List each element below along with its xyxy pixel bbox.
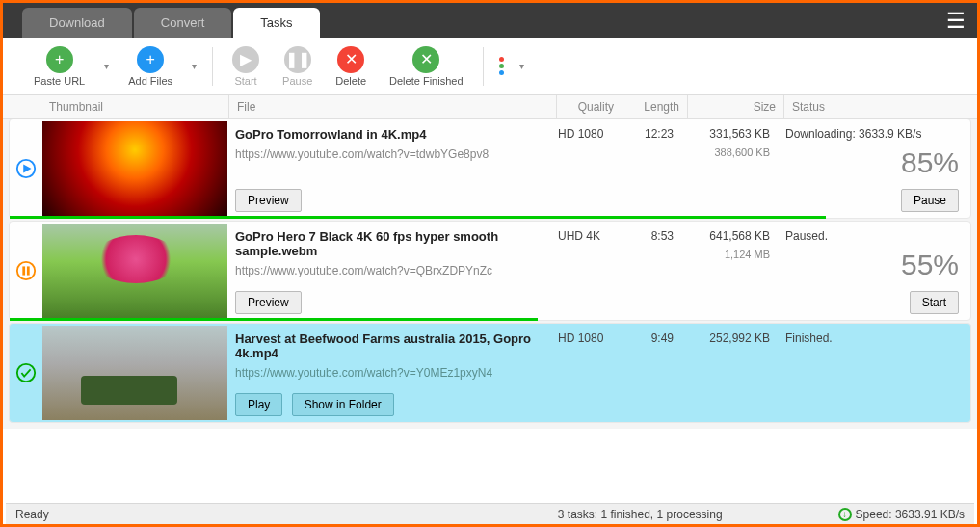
file-title: GoPro Hero 7 Black 4K 60 fps hyper smoot… <box>235 229 543 258</box>
play-icon: ▶ <box>232 46 259 73</box>
separator <box>483 47 484 86</box>
tab-convert[interactable]: Convert <box>134 8 232 38</box>
start-button[interactable]: ▶ Start <box>221 44 271 89</box>
quality-value: UHD 4K <box>550 222 616 320</box>
thumbnail <box>42 224 227 318</box>
svg-point-5 <box>17 364 35 382</box>
pause-icon: ❚❚ <box>284 46 311 73</box>
svg-marker-1 <box>23 164 31 172</box>
add-files-dropdown[interactable]: ▾ <box>184 61 204 71</box>
downloading-icon <box>10 119 42 218</box>
header-status[interactable]: Status <box>784 95 977 118</box>
status-text: Downloading: 3633.9 KB/s <box>785 127 959 141</box>
file-url: https://www.youtube.com/watch?v=Y0MEz1px… <box>235 366 543 380</box>
header-size[interactable]: Size <box>688 95 784 118</box>
paused-icon <box>10 222 42 320</box>
plus-icon: + <box>46 46 73 73</box>
quality-value: HD 1080 <box>550 324 616 422</box>
file-url: https://www.youtube.com/watch?v=QBrxZDPY… <box>235 264 543 277</box>
svg-point-2 <box>17 262 35 279</box>
task-row[interactable]: Harvest at Beefwood Farms australia 2015… <box>9 323 971 423</box>
tab-download[interactable]: Download <box>22 8 132 38</box>
pause-button[interactable]: ❚❚ Pause <box>271 44 324 89</box>
header-length[interactable]: Length <box>622 95 688 118</box>
preview-button[interactable]: Preview <box>235 189 302 212</box>
close-icon: ✕ <box>337 46 364 73</box>
quality-value: HD 1080 <box>550 119 616 218</box>
finished-icon <box>10 324 42 422</box>
paste-url-button[interactable]: + Paste URL <box>22 44 96 89</box>
length-value: 9:49 <box>616 324 681 422</box>
status-text: Paused. <box>785 229 959 243</box>
status-text: Finished. <box>785 331 959 345</box>
svg-rect-4 <box>27 266 30 275</box>
file-url: https://www.youtube.com/watch?v=tdwbYGe8… <box>235 147 543 161</box>
header-thumbnail[interactable]: Thumbnail <box>41 95 229 118</box>
tab-tasks[interactable]: Tasks <box>233 8 319 38</box>
start-task-button[interactable]: Start <box>910 291 959 314</box>
dots-icon <box>491 57 512 75</box>
size-value: 252,992 KB <box>681 324 778 422</box>
status-speed: Speed: 3633.91 KB/s <box>856 508 965 521</box>
progress-percent: 85% <box>785 146 959 179</box>
file-title: GoPro Tomorrowland in 4K.mp4 <box>235 127 543 142</box>
plus-icon: + <box>137 46 164 73</box>
progress-bar <box>10 216 826 219</box>
header-file[interactable]: File <box>229 95 557 118</box>
status-bar: Ready 3 tasks: 1 finished, 1 processing … <box>6 503 974 524</box>
task-list: GoPro Tomorrowland in 4K.mp4 https://www… <box>3 119 977 429</box>
size-value: 331,563 KB388,600 KB <box>681 119 778 218</box>
progress-bar <box>10 318 538 321</box>
length-value: 8:53 <box>616 222 681 320</box>
close-icon: ✕ <box>412 46 439 73</box>
view-options-button[interactable]: ▾ <box>491 57 532 75</box>
thumbnail <box>42 326 227 420</box>
column-headers: Thumbnail File Quality Length Size Statu… <box>3 95 977 119</box>
pause-task-button[interactable]: Pause <box>901 189 959 212</box>
preview-button[interactable]: Preview <box>235 291 302 314</box>
speed-icon: ↓ <box>838 508 852 521</box>
task-row[interactable]: GoPro Hero 7 Black 4K 60 fps hyper smoot… <box>9 221 971 321</box>
file-title: Harvest at Beefwood Farms australia 2015… <box>235 331 543 360</box>
chevron-down-icon: ▾ <box>512 61 532 71</box>
add-files-button[interactable]: + Add Files <box>117 44 184 89</box>
paste-url-dropdown[interactable]: ▾ <box>96 61 117 71</box>
size-value: 641,568 KB1,124 MB <box>681 222 778 320</box>
thumbnail <box>42 121 227 216</box>
show-in-folder-button[interactable]: Show in Folder <box>292 393 394 416</box>
top-tab-bar: Download Convert Tasks ☰ <box>3 3 977 38</box>
svg-rect-3 <box>22 266 25 275</box>
length-value: 12:23 <box>616 119 681 218</box>
menu-icon[interactable]: ☰ <box>946 9 966 34</box>
task-row[interactable]: GoPro Tomorrowland in 4K.mp4 https://www… <box>9 119 971 219</box>
toolbar: + Paste URL ▾ + Add Files ▾ ▶ Start ❚❚ P… <box>3 38 977 95</box>
status-ready: Ready <box>15 508 558 521</box>
status-tasks-info: 3 tasks: 1 finished, 1 processing <box>558 508 723 521</box>
separator <box>212 47 213 86</box>
header-quality[interactable]: Quality <box>557 95 622 118</box>
delete-button[interactable]: ✕ Delete <box>324 44 378 89</box>
progress-percent: 55% <box>785 249 959 281</box>
play-button[interactable]: Play <box>235 393 282 416</box>
delete-finished-button[interactable]: ✕ Delete Finished <box>378 44 474 89</box>
